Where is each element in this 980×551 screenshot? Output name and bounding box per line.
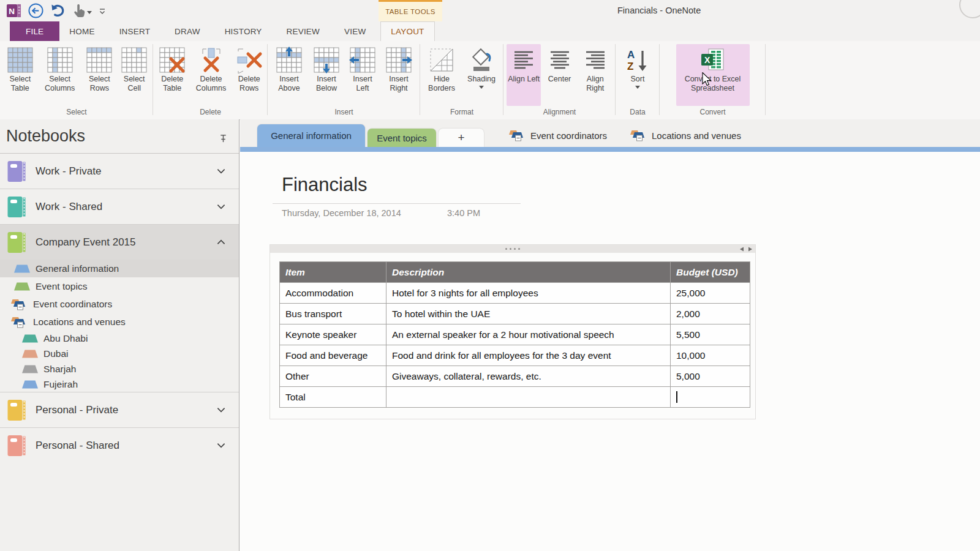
section-item-event-topics[interactable]: Event topics [0,277,239,295]
table-cell[interactable]: 2,000 [671,304,750,324]
notebook-item-work-private[interactable]: Work - Private [0,154,239,189]
column-header-budget-usd[interactable]: Budget (USD) [671,262,750,283]
notebook-item-personal-private[interactable]: Personal - Private [0,392,239,427]
ribbon-tab-draw[interactable]: DRAW [165,21,210,41]
section-item-dubai[interactable]: Dubai [0,346,239,361]
ribbon-tab-home[interactable]: HOME [59,21,104,41]
table-cell[interactable]: Other [280,366,386,387]
table-cell[interactable] [671,387,750,408]
shading-icon [468,47,495,73]
section-group-locations-and-venues[interactable]: Locations and venues [0,313,239,331]
chevron-down-icon[interactable] [217,204,225,209]
chevron-down-icon[interactable] [217,407,225,413]
ribbon-button-insert-above[interactable]: Insert Above [272,44,306,106]
page-title[interactable]: Financials [282,174,368,196]
ribbon-tab-insert[interactable]: INSERT [110,21,160,41]
table-body: AccommodationHotel for 3 nights for all … [280,283,750,408]
table-cell[interactable]: To hotel within the UAE [386,304,671,324]
dropdown-caret-icon [635,86,640,89]
section-group-event-coordinators[interactable]: Event coordinators [0,295,239,313]
table-cell[interactable]: Giveaways, collateral, rewards, etc. [386,366,671,387]
notebook-item-work-shared[interactable]: Work - Shared [0,189,239,224]
ribbon-button-sort[interactable]: AZSort [622,44,653,106]
ribbon-tab-layout[interactable]: LAYOUT [380,21,434,41]
notebook-item-company-event-2015[interactable]: Company Event 2015 [0,224,239,260]
table-cell[interactable]: 5,000 [671,366,750,387]
ribbon-button-insert-below[interactable]: Insert Below [309,44,344,106]
section-item-abu-dhabi[interactable]: Abu Dhabi [0,331,239,346]
svg-text:A: A [627,49,635,61]
table-cell[interactable]: 5,500 [671,324,750,345]
section-item-sharjah[interactable]: Sharjah [0,361,239,377]
pin-icon[interactable] [219,134,228,143]
chevron-down-icon[interactable] [217,443,225,448]
ribbon-group-alignment: Align LeftCenterAlign RightAlignment [505,41,614,119]
table-cell[interactable]: Bus transport [280,304,386,324]
ribbon-button-shading[interactable]: Shading [462,44,501,106]
section-item-general-information[interactable]: General information [0,260,239,277]
ribbon-button-center[interactable]: Center [543,44,576,106]
undo-icon[interactable] [50,3,66,18]
ribbon-button-align-left[interactable]: Align Left [507,44,541,106]
page-time: 3:40 PM [447,208,480,218]
ribbon-button-hide-borders[interactable]: Hide Borders [423,44,461,106]
section-tab-general-information[interactable]: General information [257,124,365,147]
onenote-logo-icon[interactable]: N [6,3,21,18]
ribbon-button-label: Delete Table [154,75,190,93]
table-cell[interactable]: Keynote speaker [280,324,386,345]
ribbon-button-select-rows[interactable]: Select Rows [82,44,116,106]
section-group-link-locations-and-venues[interactable]: Locations and venues [630,129,741,141]
section-group-icon [10,298,28,310]
chevron-down-icon[interactable] [217,168,225,174]
page-canvas[interactable]: Financials Thursday, December 18, 2014 3… [240,152,980,551]
ribbon-tab-review[interactable]: REVIEW [277,21,330,41]
ribbon-tab-view[interactable]: VIEW [334,21,375,41]
table-cell[interactable]: Food and beverage [280,345,386,366]
section-label: Dubai [43,348,69,359]
ribbon-button-align-right[interactable]: Align Right [578,44,612,106]
table-cell[interactable]: An external speaker for a 2 hour motivat… [386,324,671,345]
dropdown-caret-icon [479,86,484,89]
ribbon-button-insert-right[interactable]: Insert Right [382,44,416,106]
ribbon-button-select-cell[interactable]: Select Cell [118,44,150,106]
table-cell[interactable]: Food and drink for all employees for the… [386,345,671,366]
column-header-item[interactable]: Item [280,262,386,283]
ribbon-button-insert-left[interactable]: Insert Left [347,44,379,106]
customize-qat-icon[interactable] [99,7,106,15]
table-resize-arrows-icon[interactable] [740,247,752,252]
section-group-link-event-coordinators[interactable]: Event coordinators [508,129,607,141]
chevron-up-icon[interactable] [217,239,225,245]
notebook-label: Company Event 2015 [36,236,217,249]
delete-columns-icon [198,47,225,73]
ribbon-button-select-columns[interactable]: Select Columns [39,44,81,106]
table-row: Total [280,387,750,408]
column-header-description[interactable]: Description [386,262,671,283]
table-move-handle[interactable] [270,245,755,253]
ribbon: Select TableSelect ColumnsSelect RowsSel… [0,41,980,120]
notebook-item-personal-shared[interactable]: Personal - Shared [0,427,239,463]
ribbon-tab-file[interactable]: FILE [10,21,59,41]
back-icon[interactable] [28,3,43,18]
table-cell[interactable]: 10,000 [671,345,750,366]
ribbon-group-label: Insert [269,108,419,116]
ribbon-button-convert-to-excel-spreadsheet[interactable]: XConvert to Excel Spreadsheet [676,44,750,106]
ribbon-button-select-table[interactable]: Select Table [3,44,37,106]
ribbon-button-delete-table[interactable]: Delete Table [154,44,190,106]
dropdown-caret-icon[interactable] [87,6,92,17]
new-section-tab[interactable]: + [439,129,484,147]
ribbon-button-delete-rows[interactable]: Delete Rows [232,44,266,106]
group-separator [267,44,268,115]
table-cell[interactable]: Total [280,387,386,408]
table-cell[interactable]: 25,000 [671,283,750,304]
table-cell[interactable]: Hotel for 3 nights for all employees [386,283,671,304]
delete-table-icon [159,47,186,73]
table-cell[interactable]: Accommodation [280,283,386,304]
section-tab-icon [14,282,30,291]
align-right-icon [582,47,609,73]
table-cell[interactable] [386,387,671,408]
section-item-fujeirah[interactable]: Fujeirah [0,377,239,392]
section-tab-event-topics[interactable]: Event topics [368,129,436,147]
ribbon-tab-history[interactable]: HISTORY [215,21,272,41]
touch-mode-icon[interactable] [72,4,92,18]
ribbon-button-delete-columns[interactable]: Delete Columns [190,44,232,106]
